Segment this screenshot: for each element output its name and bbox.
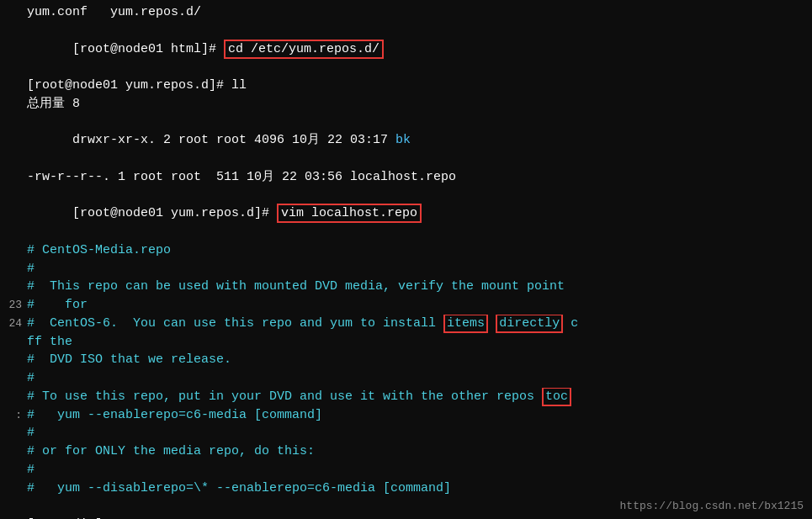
line-yumconf: yum.conf yum.repos.d/ xyxy=(5,3,807,22)
terminal-window: yum.conf yum.repos.d/ [root@node01 html]… xyxy=(0,0,812,519)
line-ll-command: [root@node01 yum.repos.d]# ll xyxy=(5,77,807,95)
line-comment-13: # xyxy=(5,461,807,479)
line-total: 总用量 8 xyxy=(5,95,807,114)
line-comment-12: # or for ONLY the media repo, do this: xyxy=(5,442,807,461)
line-comment-9: # To use this repo, put in your DVD and … xyxy=(5,388,807,406)
line-comment-5: 24 # CentOS-6. You can use this repo and… xyxy=(5,315,807,333)
watermark: https://blog.csdn.net/bx1215 xyxy=(620,500,804,512)
cd-command-highlight: cd /etc/yum.repos.d/ xyxy=(224,40,384,59)
line-comment-6: ff the xyxy=(5,333,807,352)
line-file: -rw-r--r--. 1 root root 511 10月 22 03:56… xyxy=(5,168,807,187)
line-comment-7: # DVD ISO that we release. xyxy=(5,351,807,369)
vim-command-highlight: vim localhost.repo xyxy=(277,204,422,223)
line-comment-4: 23 # for xyxy=(5,296,807,315)
line-comment-11: # xyxy=(5,424,807,442)
line-comment-10: : # yum --enablerepo=c6-media [command] xyxy=(5,406,807,425)
line-comment-3: # This repo can be used with mounted DVD… xyxy=(5,278,807,296)
line-comment-1: # CentOS-Media.repo xyxy=(5,241,807,260)
line-cd-command: [root@node01 html]# cd /etc/yum.repos.d/ xyxy=(5,22,807,77)
line-comment-14: # yum --disablerepo=\* --enablerepo=c6-m… xyxy=(5,479,807,498)
line-vim-command: [root@node01 yum.repos.d]# vim localhost… xyxy=(5,187,807,241)
line-comment-2: # xyxy=(5,260,807,278)
line-dir: drwxr-xr-x. 2 root root 4096 10月 22 03:1… xyxy=(5,114,807,168)
line-comment-8: # xyxy=(5,369,807,388)
line-section: [c6-media] xyxy=(5,516,807,519)
